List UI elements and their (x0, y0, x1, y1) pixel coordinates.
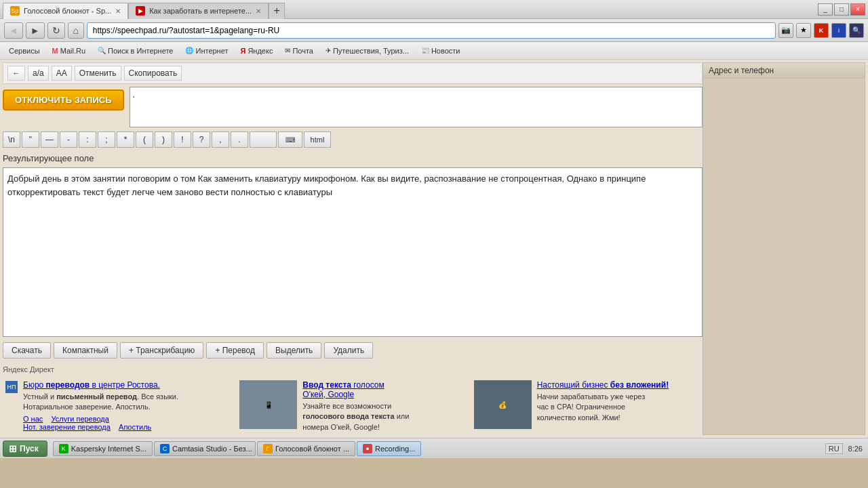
font-small-button[interactable]: a/a (28, 66, 49, 81)
ad-row-2: 📱 Ввод текста голосомО'кей, Google Узнай… (239, 380, 465, 432)
main-column: ← a/a AA Отменить Скопировать ОТКЛЮЧИТЬ … (3, 62, 703, 435)
bottom-buttons: Скачать Компактный + Транскрибацию + Пер… (3, 340, 703, 361)
compact-button[interactable]: Компактный (54, 342, 117, 359)
sym-semicolon[interactable]: ; (98, 131, 115, 148)
nav-icons: 📷 ★ K i 🔍 (778, 23, 864, 38)
ad-link-services[interactable]: Услуги перевода (52, 415, 109, 423)
taskbar-camtasia[interactable]: C Camtasia Studio - Без... (154, 441, 256, 456)
sym-dash[interactable]: - (60, 131, 77, 148)
output-text-area[interactable]: Добрый день в этом занятии поговорим о т… (3, 167, 703, 337)
home-button[interactable]: ⌂ (68, 22, 84, 39)
ad-link-apostil[interactable]: Апостиль (119, 423, 151, 431)
window-controls: _ □ × (818, 3, 865, 16)
copy-button[interactable]: Скопировать (124, 66, 182, 81)
sym-exclaim[interactable]: ! (174, 131, 191, 148)
ad-text-1: Устный и письменный перевод. Все языки.Н… (23, 392, 178, 413)
bookmark-label-travel: Путешествия, Туриз... (333, 47, 409, 55)
addon-icon-2[interactable]: i (831, 23, 846, 38)
tab-new[interactable]: + (269, 3, 285, 19)
ad-link-notary[interactable]: Нот. заверение перевода (23, 423, 111, 431)
toolbar-back-button[interactable]: ← (7, 66, 25, 81)
bookmark-mail[interactable]: ✉ Почта (280, 45, 318, 57)
delete-button[interactable]: Удалить (324, 342, 373, 359)
address-bar[interactable] (87, 22, 776, 39)
ad-link-about[interactable]: О нас (23, 415, 43, 423)
speech-input-area[interactable]: . (130, 87, 703, 127)
bookmark-services[interactable]: Сервисы (4, 45, 45, 57)
sym-colon[interactable]: : (79, 131, 96, 148)
sym-space[interactable] (250, 131, 277, 148)
toolbar: ← a/a AA Отменить Скопировать (3, 62, 703, 84)
right-sidebar: Адрес и телефон (703, 62, 865, 435)
sym-newline[interactable]: \n (3, 131, 20, 148)
ad-row-1: НП Бюро переводов в центре Ростова. Устн… (5, 380, 231, 431)
bookmark-news[interactable]: 📰 Новости (416, 45, 465, 57)
star-icon[interactable]: ★ (796, 23, 811, 38)
sym-paren-open[interactable]: ( (136, 131, 153, 148)
bookmark-label-news: Новости (431, 47, 460, 55)
bookmark-search[interactable]: 🔍 Поиск в Интернете (93, 45, 178, 57)
forward-button[interactable]: ► (26, 22, 45, 39)
tab-close-speechpad[interactable]: ✕ (115, 7, 121, 15)
tab-speechpad[interactable]: Sp Голосовой блокнот - Sp... ✕ (3, 3, 128, 19)
reload-button[interactable]: ↻ (47, 22, 65, 39)
sym-question[interactable]: ? (193, 131, 210, 148)
ad-title-2[interactable]: Ввод текста голосомО'кей, Google (302, 380, 409, 399)
record-toggle-button[interactable]: ОТКЛЮЧИТЬ ЗАПИСЬ (3, 89, 124, 110)
translate-button[interactable]: + Перевод (206, 342, 264, 359)
bookmark-mailru[interactable]: M Mail.Ru (47, 45, 90, 57)
ad-title-3[interactable]: Настоящий бизнес без вложений! (537, 380, 669, 390)
bookmark-label-search: Поиск в Интернете (108, 47, 173, 55)
taskbar-voicepad[interactable]: Г Голосовой блокнот ... (257, 441, 355, 456)
taskbar-kaspersky[interactable]: K Kaspersky Internet S... (53, 441, 153, 456)
bookmark-travel[interactable]: ✈ Путешествия, Туриз... (321, 45, 414, 57)
title-bar: Sp Голосовой блокнот - Sp... ✕ ▶ Как зар… (0, 0, 868, 19)
kbd-button[interactable]: ⌨ (278, 131, 302, 148)
start-icon: ⊞ (9, 443, 17, 454)
ad-text-2: Узнайте все возможностиголосового ввода … (302, 401, 409, 432)
ad-links-1: О нас Услуги перевода Нот. заверение пер… (23, 415, 178, 431)
sym-dash-long[interactable]: — (41, 131, 58, 148)
maximize-button[interactable]: □ (834, 3, 849, 16)
addon-icon-1[interactable]: K (814, 23, 829, 38)
bookmark-label-internet: Интернет (195, 47, 228, 55)
font-large-button[interactable]: AA (52, 66, 72, 81)
back-button[interactable]: ◄ (4, 22, 23, 39)
ad-title-1[interactable]: Бюро переводов в центре Ростова. (23, 380, 178, 390)
sym-period[interactable]: . (231, 131, 248, 148)
nav-bar: ◄ ► ↻ ⌂ 📷 ★ K i 🔍 (0, 19, 868, 42)
ad-image-2: 📱 (239, 380, 297, 429)
cancel-button[interactable]: Отменить (75, 66, 121, 81)
bookmark-internet[interactable]: 🌐 Интернет (180, 45, 233, 57)
record-input-row: ОТКЛЮЧИТЬ ЗАПИСЬ . (3, 87, 703, 127)
sym-asterisk[interactable]: * (117, 131, 134, 148)
addon-icon-3[interactable]: 🔍 (849, 23, 864, 38)
camera-icon[interactable]: 📷 (778, 23, 793, 38)
tab-close-youtube[interactable]: ✕ (256, 7, 261, 15)
minimize-button[interactable]: _ (818, 3, 833, 16)
sym-quote[interactable]: " (22, 131, 39, 148)
yandex-direct-label: Яндекс Директ (3, 364, 703, 375)
start-button[interactable]: ⊞ Пуск (3, 441, 47, 457)
bookmark-label-mailru: Mail.Ru (60, 47, 85, 55)
sym-comma[interactable]: , (212, 131, 229, 148)
select-button[interactable]: Выделить (267, 342, 321, 359)
tab-youtube[interactable]: ▶ Как заработать в интернете... ✕ (128, 3, 269, 19)
download-button[interactable]: Скачать (3, 342, 51, 359)
taskbar-recording[interactable]: ● Recording... (357, 441, 421, 456)
transcribe-button[interactable]: + Транскрибацию (120, 342, 203, 359)
tabs-area: Sp Голосовой блокнот - Sp... ✕ ▶ Как зар… (3, 0, 285, 19)
bookmarks-bar: Сервисы M Mail.Ru 🔍 Поиск в Интернете 🌐 … (0, 42, 868, 60)
bookmark-label-yandex: Яндекс (248, 47, 273, 55)
symbol-bar: \n " — - : ; * ( ) ! ? , . ⌨ html (3, 130, 703, 149)
sym-paren-close[interactable]: ) (155, 131, 172, 148)
tab-favicon-sp: Sp (10, 6, 20, 16)
html-button[interactable]: html (304, 131, 331, 148)
voicepad-icon: Г (263, 444, 273, 453)
bookmark-label-services: Сервисы (9, 47, 40, 55)
bookmark-yandex[interactable]: Я Яндекс (235, 45, 277, 57)
close-button[interactable]: × (850, 3, 865, 16)
ad-row-3: 💰 Настоящий бизнес без вложений! Начни з… (474, 380, 700, 429)
language-indicator[interactable]: RU (825, 443, 843, 454)
camtasia-icon: C (160, 444, 170, 453)
